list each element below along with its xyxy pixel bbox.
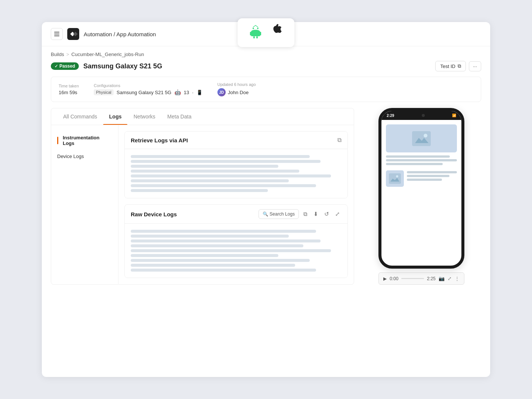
device-logs-label: Device Logs xyxy=(57,154,84,159)
configurations-item: Configurations Physical Samsung Galaxy S… xyxy=(94,83,202,95)
raw-logs-title: Raw Device Logs xyxy=(131,211,177,217)
breadcrumb-separator: > xyxy=(66,52,69,57)
log-line xyxy=(131,170,299,173)
time-taken-value: 16m 59s xyxy=(59,90,79,95)
more-options-button[interactable]: ··· xyxy=(469,61,481,71)
logo-icon xyxy=(67,28,79,40)
video-end-time: 2:25 xyxy=(427,276,436,281)
configurations-label: Configurations xyxy=(94,83,202,88)
avatar: JD xyxy=(217,88,226,96)
info-bar: Time taken 16m 59s Configurations Physic… xyxy=(51,77,481,102)
log-line xyxy=(131,235,289,238)
raw-logs-header: Raw Device Logs 🔍 Search Logs ⧉ ⬇ ↺ ⤢ xyxy=(125,205,347,224)
updated-label: Updated 6 hours ago xyxy=(217,82,256,87)
updated-user: JD John Doe xyxy=(217,88,256,96)
platform-badge xyxy=(238,18,294,47)
android-version: 13 xyxy=(184,90,189,95)
svg-rect-8 xyxy=(54,35,59,36)
device-title: Samsung Galaxy S21 5G xyxy=(83,62,162,70)
svg-point-13 xyxy=(396,175,398,177)
hamburger-button[interactable] xyxy=(51,28,63,40)
main-card: Automation / App Automation Builds > Cuc… xyxy=(42,22,490,377)
log-line xyxy=(131,264,295,267)
log-line xyxy=(131,189,268,192)
device-config-value: Samsung Galaxy S21 5G xyxy=(117,90,171,95)
raw-download-button[interactable]: ⬇ xyxy=(312,209,320,219)
check-icon: ✓ xyxy=(55,64,58,69)
log-line xyxy=(131,165,278,168)
video-progress-bar[interactable] xyxy=(401,278,424,279)
phone-card-2 xyxy=(386,170,457,187)
phone-text-2 xyxy=(407,170,457,181)
tab-meta-data[interactable]: Meta Data xyxy=(161,108,198,125)
retrieve-logs-section: Retrieve Logs via API ⧉ xyxy=(124,131,348,198)
phone-content xyxy=(381,120,461,191)
passed-badge: ✓ Passed xyxy=(51,62,79,70)
svg-rect-10 xyxy=(412,131,431,146)
raw-copy-button[interactable]: ⧉ xyxy=(302,209,309,219)
right-panel: 2:29 📶 xyxy=(354,108,481,285)
phone-preview: 2:29 📶 xyxy=(378,108,464,269)
play-button[interactable]: ▶ xyxy=(383,276,387,281)
physical-badge: Physical xyxy=(94,89,114,95)
raw-log-actions: 🔍 Search Logs ⧉ ⬇ ↺ ⤢ xyxy=(259,209,341,219)
breadcrumb-builds[interactable]: Builds xyxy=(51,52,64,57)
left-panel: All Commands Logs Networks Meta Data Ins… xyxy=(51,108,354,285)
svg-rect-4 xyxy=(253,36,255,38)
raw-expand-button[interactable]: ⤢ xyxy=(334,209,341,219)
sidebar-item-instrumentation-logs[interactable]: Instrumentation Logs xyxy=(51,131,118,150)
retrieve-copy-button[interactable]: ⧉ xyxy=(337,137,341,143)
avatar-initials: JD xyxy=(219,90,224,95)
log-line xyxy=(131,239,321,242)
svg-rect-5 xyxy=(256,36,258,38)
search-icon: 🔍 xyxy=(263,211,268,217)
sidebar-item-device-logs[interactable]: Device Logs xyxy=(51,150,118,163)
svg-point-0 xyxy=(253,28,254,29)
log-line xyxy=(131,230,316,233)
config-row: Physical Samsung Galaxy S21 5G 🤖 13 · 📱 xyxy=(94,89,202,95)
video-bar: ▶ 0:00 2:25 📷 ⤢ ⋮ xyxy=(378,272,464,285)
time-taken-item: Time taken 16m 59s xyxy=(59,84,79,95)
more-icon: ··· xyxy=(473,64,477,69)
separator-dot: · xyxy=(192,90,194,95)
status-left: ✓ Passed Samsung Galaxy S21 5G xyxy=(51,62,162,70)
status-right: Test ID ⧉ ··· xyxy=(435,61,481,71)
svg-rect-3 xyxy=(260,32,261,35)
log-line xyxy=(131,269,316,272)
test-id-button[interactable]: Test ID ⧉ xyxy=(435,61,466,71)
log-line xyxy=(131,259,310,262)
user-name: John Doe xyxy=(228,90,249,95)
log-line xyxy=(131,254,278,257)
video-start-time: 0:00 xyxy=(390,276,398,281)
device-type-icon: 📱 xyxy=(197,90,202,95)
svg-point-1 xyxy=(257,28,259,29)
search-logs-button[interactable]: 🔍 Search Logs xyxy=(259,209,299,219)
tab-all-commands[interactable]: All Commands xyxy=(57,108,103,125)
search-logs-label: Search Logs xyxy=(270,211,295,217)
log-line xyxy=(131,155,310,158)
svg-point-11 xyxy=(424,134,427,137)
log-area: Retrieve Logs via API ⧉ xyxy=(118,125,354,284)
instrumentation-logs-label: Instrumentation Logs xyxy=(63,135,112,146)
video-more-button[interactable]: ⋮ xyxy=(455,276,460,281)
tab-logs[interactable]: Logs xyxy=(103,108,127,125)
raw-refresh-button[interactable]: ↺ xyxy=(323,209,331,219)
expand-video-button[interactable]: ⤢ xyxy=(448,276,452,281)
svg-rect-2 xyxy=(250,32,251,35)
content-area: All Commands Logs Networks Meta Data Ins… xyxy=(42,108,490,294)
phone-image-2 xyxy=(386,170,404,187)
log-line xyxy=(131,244,303,247)
phone-image-1 xyxy=(386,124,457,152)
log-line xyxy=(131,249,331,252)
breadcrumb: Builds > Cucumber-ML_Generic_jobs-Run xyxy=(42,46,490,57)
android-icon xyxy=(248,24,263,42)
svg-rect-6 xyxy=(54,32,59,33)
phone-time: 2:29 xyxy=(387,114,394,118)
raw-log-lines xyxy=(125,224,347,278)
phone-card-1 xyxy=(386,124,457,165)
copy-icon: ⧉ xyxy=(458,63,461,69)
tab-networks[interactable]: Networks xyxy=(127,108,161,125)
camera-icon[interactable]: 📷 xyxy=(439,276,445,281)
panel-body: Instrumentation Logs Device Logs Retriev… xyxy=(51,125,354,284)
log-line xyxy=(131,160,321,163)
